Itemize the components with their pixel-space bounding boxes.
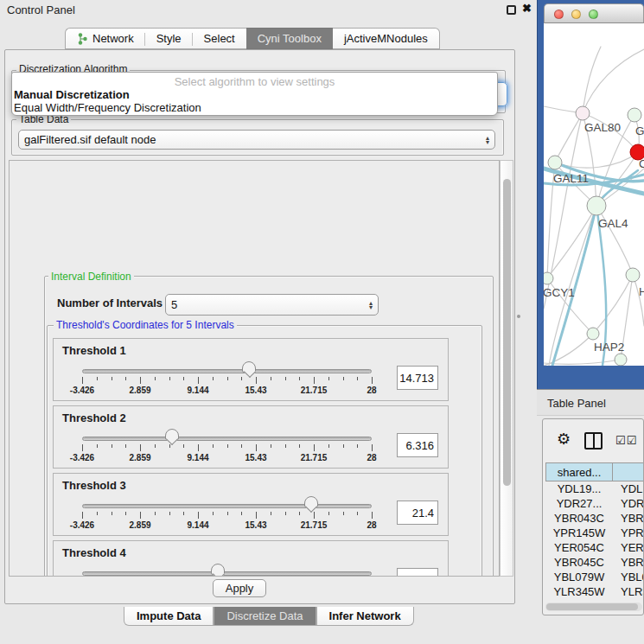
threshold-panel-3: Threshold 3-3.4262.8599.14415.4321.71528 (53, 473, 449, 536)
top-tab-bar: NetworkStyleSelectCyni ToolboxjActiveMNo… (65, 28, 440, 49)
threshold-panel-1: Threshold 1-3.4262.8599.14415.4321.71528 (53, 338, 449, 401)
gear-icon[interactable]: ⚙ (557, 430, 571, 449)
settings-scroll-viewport: Interval Definition Number of Intervals … (9, 160, 500, 577)
apply-button[interactable]: Apply (213, 579, 266, 597)
network-edge (583, 49, 644, 113)
panel-vertical-scrollbar[interactable] (500, 160, 513, 577)
slider-ticks (82, 444, 372, 452)
zoom-traffic-light-icon[interactable] (589, 10, 598, 19)
network-node-label: GAL11 (553, 172, 589, 185)
panel-divider-handle[interactable] (517, 315, 520, 318)
threshold-slider-thumb[interactable] (165, 429, 179, 440)
threshold-slider-track[interactable] (82, 369, 372, 373)
slider-ticks (82, 512, 372, 520)
threshold-slider-track[interactable] (82, 504, 372, 508)
network-window-titlebar[interactable] (544, 3, 644, 23)
network-node[interactable] (615, 354, 627, 366)
network-node[interactable] (587, 328, 599, 340)
table-panel-toolbar: ⚙ ☑☑ (543, 419, 644, 461)
table-row[interactable]: YBL079WYBL0... (545, 570, 644, 584)
table-cell: YBR043C (545, 511, 613, 526)
split-view-icon[interactable] (584, 432, 603, 450)
network-view-canvas[interactable]: GAL80GACGAL11GAL4GCY1HHAP2 (544, 23, 644, 366)
scrollbar-thumb[interactable] (503, 179, 511, 486)
network-node[interactable] (587, 196, 606, 215)
threshold-slider-track[interactable] (82, 571, 372, 576)
threshold-value-field[interactable] (397, 433, 438, 457)
table-cell: YPR145W (545, 526, 613, 540)
threshold-label: Threshold 3 (62, 479, 126, 492)
network-edge (633, 275, 644, 326)
table-column-header[interactable]: na... (613, 462, 644, 481)
table-row[interactable]: YDR27...YDR2... (545, 496, 644, 511)
threshold-value-field[interactable] (397, 366, 438, 390)
network-edge (547, 206, 596, 278)
table-row[interactable]: YPR145WYPR1... (545, 526, 644, 540)
threshold-slider-thumb[interactable] (242, 361, 256, 373)
threshold-label: Threshold 1 (62, 344, 126, 357)
node-table: shared...na... YDL19...YDL1...YDR27...YD… (545, 462, 644, 602)
number-of-intervals-combobox[interactable]: 5 ▴▾ (165, 294, 379, 316)
tab-network[interactable]: Network (65, 28, 145, 49)
threshold-label: Threshold 4 (62, 546, 126, 559)
tab-jactivemnodules[interactable]: jActiveMNodules (333, 28, 440, 49)
network-edge (593, 275, 633, 334)
table-column-header[interactable]: shared... (545, 462, 613, 481)
algorithm-option[interactable]: Equal Width/Frequency Discretization (12, 101, 497, 114)
network-edge (555, 152, 638, 168)
table-row[interactable]: YIL052CYIL0... (545, 599, 644, 602)
interval-definition-group-title: Interval Definition (48, 271, 134, 283)
table-row[interactable]: YLR345WYLR3... (545, 584, 644, 599)
table-panel-header: Table Panel (537, 389, 644, 416)
tab-select[interactable]: Select (193, 28, 246, 49)
threshold-slider-thumb[interactable] (211, 564, 225, 575)
slider-ticks (82, 377, 372, 385)
scrollbar-thumb[interactable] (546, 603, 638, 610)
network-node-label: GAL4 (598, 217, 628, 230)
network-node-label: GAL80 (584, 121, 621, 134)
table-row[interactable]: YER054CYER0... (545, 540, 644, 555)
threshold-panel-4: Threshold 4-3.4262.8599.14415.4321.71528 (53, 540, 449, 577)
number-of-intervals-value: 5 (171, 298, 177, 311)
table-cell: YBL0... (613, 570, 644, 584)
tab-impute-data[interactable]: Impute Data (124, 607, 214, 626)
threshold-panel-2: Threshold 2-3.4262.8599.14415.4321.71528 (53, 405, 449, 469)
checkbox-icons[interactable]: ☑☑ (615, 434, 637, 447)
tab-cyni-toolbox[interactable]: Cyni Toolbox (246, 28, 333, 49)
network-edge (555, 113, 583, 163)
close-traffic-light-icon[interactable] (554, 10, 564, 19)
network-node[interactable] (628, 108, 641, 122)
tab-infer-network[interactable]: Infer Network (316, 607, 414, 626)
network-node-label: HAP2 (594, 341, 624, 354)
table-data-combobox[interactable]: galFiltered.sif default node ▴▾ (18, 130, 495, 150)
table-horizontal-scrollbar[interactable] (545, 603, 642, 611)
threshold-slider-track[interactable] (82, 437, 372, 441)
network-node[interactable] (626, 268, 640, 282)
network-node-label: H (639, 285, 644, 298)
threshold-value-field[interactable] (397, 568, 438, 577)
tab-discretize-data[interactable]: Discretize Data (214, 607, 316, 626)
threshold-slider-thumb[interactable] (304, 496, 318, 507)
close-icon[interactable]: ✖ (522, 2, 532, 15)
slider-tick-labels: -3.4262.8599.14415.4321.71528 (82, 453, 372, 463)
float-window-icon[interactable] (507, 5, 516, 15)
network-node[interactable] (548, 156, 562, 169)
slider-tick-labels: -3.4262.8599.14415.4321.71528 (82, 386, 372, 396)
tab-label: Select (204, 32, 235, 45)
table-row[interactable]: YDL19...YDL1... (545, 481, 644, 496)
network-node[interactable] (544, 272, 553, 284)
table-row[interactable]: YBR043CYBR0... (545, 511, 644, 526)
algorithm-option[interactable]: Manual Discretization (12, 88, 497, 101)
network-edge (583, 47, 601, 113)
table-cell: YDL19... (545, 481, 613, 496)
threshold-value-field[interactable] (397, 501, 438, 525)
network-node[interactable] (576, 106, 590, 120)
table-cell: YIL0... (613, 599, 644, 602)
combo-stepper-icon: ▴▾ (486, 136, 489, 144)
tab-style[interactable]: Style (145, 28, 193, 49)
table-cell: YLR345W (545, 584, 613, 599)
minimize-traffic-light-icon[interactable] (571, 10, 581, 19)
table-row[interactable]: YBR045CYBR0... (545, 555, 644, 570)
tab-label: Cyni Toolbox (258, 32, 322, 45)
cyni-toolbox-panel: Discretization Algorithm Select algorith… (4, 49, 515, 604)
